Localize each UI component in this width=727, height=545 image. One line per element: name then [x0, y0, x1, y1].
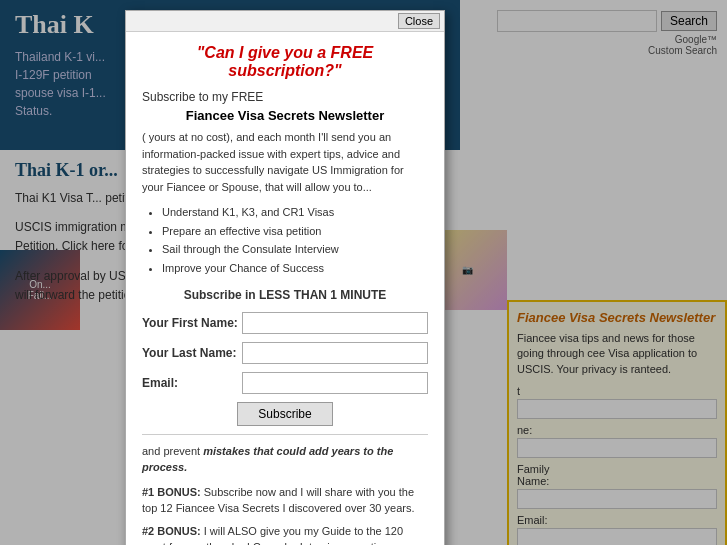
form-row-first-name: Your First Name:	[142, 312, 428, 334]
form-label-last-name: Your Last Name:	[142, 346, 242, 360]
modal-description: ( yours at no cost), and each month I'll…	[142, 129, 428, 195]
list-item: Improve your Chance of Success	[162, 259, 428, 278]
modal-close-bar: Close	[126, 11, 444, 32]
modal-subscribe-intro: Subscribe to my FREE	[142, 90, 428, 104]
form-label-first-name: Your First Name:	[142, 316, 242, 330]
modal-newsletter-title: Fiancee Visa Secrets Newsletter	[142, 108, 428, 123]
modal-subscribe-button[interactable]: Subscribe	[237, 402, 332, 426]
modal-subscribe-cta: Subscribe in LESS THAN 1 MINUTE	[142, 288, 428, 302]
modal-benefits-list: Understand K1, K3, and CR1 Visas Prepare…	[142, 203, 428, 278]
modal-popup: Close "Can I give you a FREE subscriptio…	[125, 10, 445, 545]
form-input-last-name[interactable]	[242, 342, 428, 364]
divider	[142, 434, 428, 435]
modal-prevent-text: and prevent mistakes that could add year…	[142, 443, 428, 476]
list-item: Sail through the Consulate Interview	[162, 240, 428, 259]
list-item: Understand K1, K3, and CR1 Visas	[162, 203, 428, 222]
modal-bonus-2: #2 BONUS: I will ALSO give you my Guide …	[142, 523, 428, 545]
form-input-email[interactable]	[242, 372, 428, 394]
modal-headline: "Can I give you a FREE subscription?"	[142, 44, 428, 80]
form-row-last-name: Your Last Name:	[142, 342, 428, 364]
modal-bonus-1: #1 BONUS: Subscribe now and I will share…	[142, 484, 428, 517]
modal-close-button[interactable]: Close	[398, 13, 440, 29]
form-row-email: Email:	[142, 372, 428, 394]
list-item: Prepare an effective visa petition	[162, 222, 428, 241]
form-input-first-name[interactable]	[242, 312, 428, 334]
modal-body: "Can I give you a FREE subscription?" Su…	[126, 32, 444, 545]
form-label-email: Email:	[142, 376, 242, 390]
